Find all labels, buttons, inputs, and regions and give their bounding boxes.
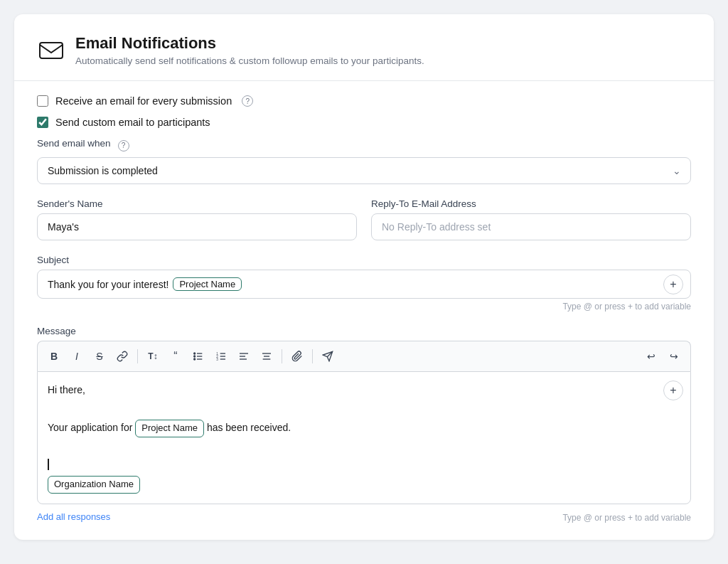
message-add-variable-button[interactable]: + (663, 381, 683, 400)
subject-section: Subject Thank you for your interest! Pro… (37, 255, 691, 312)
reply-to-group: Reply-To E-Mail Address (371, 198, 691, 240)
send-when-section: Send email when ? Submission is complete… (37, 138, 691, 184)
message-footer: Add all responses Type @ or press + to a… (37, 510, 691, 523)
message-line-1: Hi there, (48, 382, 659, 398)
italic-button[interactable]: I (66, 346, 87, 367)
text-cursor (48, 459, 49, 470)
message-line-2-prefix: Your application for (48, 422, 132, 433)
send-when-select-wrapper: Submission is completed Submission is st… (37, 157, 691, 184)
custom-email-label[interactable]: Send custom email to participants (55, 117, 210, 128)
send-when-help-icon[interactable]: ? (118, 140, 129, 151)
attachment-button[interactable] (287, 346, 308, 367)
cursor-line (48, 459, 659, 470)
sender-name-group: Sender's Name (37, 198, 357, 240)
email-icon (37, 36, 65, 64)
every-submission-row: Receive an email for every submission ? (37, 95, 691, 107)
sender-name-label: Sender's Name (37, 198, 357, 209)
link-button[interactable] (112, 346, 133, 367)
every-submission-checkbox[interactable] (37, 95, 48, 107)
custom-email-row: Send custom email to participants (37, 117, 691, 128)
send-when-label: Send email when (37, 138, 111, 149)
ordered-list-button[interactable]: 123 (210, 346, 232, 367)
sender-reply-row: Sender's Name Reply-To E-Mail Address (37, 198, 691, 240)
message-line-2-suffix: has been received. (207, 422, 291, 433)
svg-point-5 (194, 356, 196, 357)
subject-input-wrapper[interactable]: Thank you for your interest! Project Nam… (37, 270, 691, 299)
svg-text:3: 3 (216, 358, 218, 361)
page-title: Email Notifications (75, 34, 424, 53)
message-area[interactable]: + Hi there, Your application for Project… (37, 371, 691, 504)
reply-to-label: Reply-To E-Mail Address (371, 198, 691, 209)
subject-text: Thank you for your interest! (48, 279, 168, 290)
every-submission-label[interactable]: Receive an email for every submission (55, 95, 232, 107)
custom-email-checkbox[interactable] (37, 117, 48, 128)
subject-hint: Type @ or press + to add variable (37, 302, 691, 312)
undo-button[interactable]: ↩ (641, 346, 662, 367)
header-divider (14, 80, 714, 81)
blockquote-button[interactable]: “ (165, 346, 186, 367)
subject-add-variable-button[interactable]: + (663, 275, 683, 294)
bullet-list-button[interactable] (188, 346, 209, 367)
reply-to-input[interactable] (371, 213, 691, 240)
page-subtitle: Automatically send self notifications & … (75, 55, 424, 66)
message-org-name-tag[interactable]: Organization Name (48, 476, 140, 494)
message-toolbar: B I S T↕ “ 123 (37, 341, 691, 371)
subject-variable-tag[interactable]: Project Name (173, 277, 242, 291)
header: Email Notifications Automatically send s… (37, 34, 691, 66)
sender-name-input[interactable] (37, 213, 357, 240)
header-text: Email Notifications Automatically send s… (75, 34, 424, 66)
heading-button[interactable]: T↕ (142, 346, 164, 367)
send-button[interactable] (317, 346, 338, 367)
strikethrough-button[interactable]: S (89, 346, 110, 367)
email-notifications-card: Email Notifications Automatically send s… (14, 14, 714, 540)
toolbar-separator-1 (137, 349, 138, 363)
message-section: Message B I S T↕ “ 123 (37, 326, 691, 523)
toolbar-separator-2 (282, 349, 282, 363)
redo-button[interactable]: ↪ (663, 346, 685, 367)
undo-redo-group: ↩ ↪ (641, 346, 685, 367)
every-submission-help-icon[interactable]: ? (242, 95, 253, 107)
align-left-button[interactable] (233, 346, 255, 367)
add-all-responses-link[interactable]: Add all responses (37, 511, 110, 522)
svg-rect-0 (40, 43, 63, 58)
message-org-name-tag-wrapper: Organization Name (48, 476, 659, 494)
message-label: Message (37, 326, 691, 336)
toolbar-separator-3 (312, 349, 313, 363)
svg-point-4 (194, 353, 196, 354)
message-line-2: Your application for Project Name has be… (48, 420, 659, 437)
subject-label: Subject (37, 255, 691, 265)
message-project-name-tag[interactable]: Project Name (135, 420, 204, 437)
bold-button[interactable]: B (43, 346, 65, 367)
send-when-select[interactable]: Submission is completed Submission is st… (37, 157, 691, 184)
svg-point-6 (194, 358, 196, 360)
message-hint: Type @ or press + to add variable (562, 513, 691, 523)
align-center-button[interactable] (256, 346, 277, 367)
